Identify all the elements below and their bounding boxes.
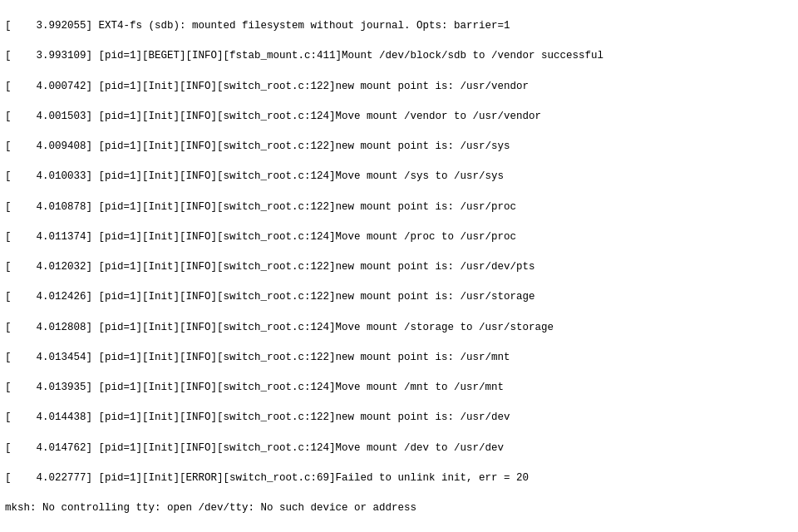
line-12: [ 4.013454] [pid=1][Init][INFO][switch_r… [5,350,793,365]
line-14: [ 4.014438] [pid=1][Init][INFO][switch_r… [5,410,793,425]
line-16: [ 4.022777] [pid=1][Init][ERROR][switch_… [5,470,793,485]
line-10: [ 4.012426] [pid=1][Init][INFO][switch_r… [5,289,793,304]
terminal-output: [ 3.992055] EXT4-fs (sdb): mounted files… [0,0,798,532]
line-6: [ 4.010033] [pid=1][Init][INFO][switch_r… [5,169,793,184]
line-1: [ 3.992055] EXT4-fs (sdb): mounted files… [5,18,793,33]
line-3: [ 4.000742] [pid=1][Init][INFO][switch_r… [5,79,793,94]
line-4: [ 4.001503] [pid=1][Init][INFO][switch_r… [5,109,793,124]
line-5: [ 4.009408] [pid=1][Init][INFO][switch_r… [5,139,793,154]
line-2: [ 3.993109] [pid=1][BEGET][INFO][fstab_m… [5,48,793,63]
line-15: [ 4.014762] [pid=1][Init][INFO][switch_r… [5,441,793,456]
line-7: [ 4.010878] [pid=1][Init][INFO][switch_r… [5,200,793,214]
line-17: mksh: No controlling tty: open /dev/tty:… [5,500,793,515]
line-11: [ 4.012808] [pid=1][Init][INFO][switch_r… [5,320,793,335]
line-8: [ 4.011374] [pid=1][Init][INFO][switch_r… [5,229,793,244]
line-13: [ 4.013935] [pid=1][Init][INFO][switch_r… [5,380,793,395]
line-9: [ 4.012032] [pid=1][Init][INFO][switch_r… [5,259,793,274]
